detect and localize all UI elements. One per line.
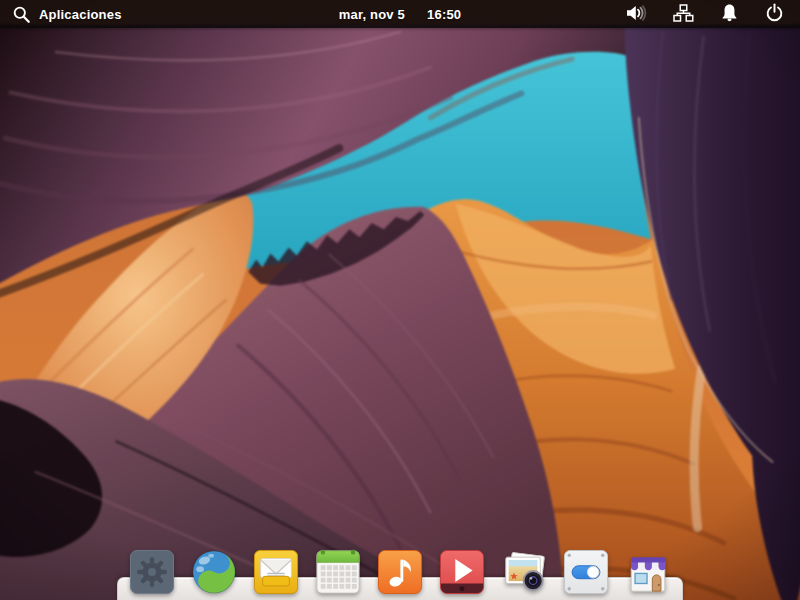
panel-date: mar, nov 5: [339, 7, 405, 22]
bell-icon: [720, 3, 739, 25]
panel-clock[interactable]: mar, nov 5 16:50: [339, 0, 462, 28]
volume-indicator[interactable]: [624, 0, 647, 28]
notifications-indicator[interactable]: [720, 0, 739, 28]
dock-item-system-settings[interactable]: [563, 549, 609, 595]
storefront-icon: [625, 549, 671, 595]
dock-item-photos[interactable]: [501, 549, 547, 595]
search-icon: [12, 5, 31, 24]
network-icon: [673, 4, 694, 25]
power-indicator[interactable]: [765, 0, 784, 28]
desktop-screen: Aplicaciones mar, nov 5 16:50: [0, 0, 800, 600]
desktop-wallpaper[interactable]: [0, 0, 800, 600]
dock-item-videos[interactable]: [439, 549, 485, 595]
video-player-icon: [439, 549, 485, 595]
calendar-icon: [315, 549, 361, 595]
dock-item-gear-utility[interactable]: [129, 549, 175, 595]
dock-item-mail[interactable]: [253, 549, 299, 595]
globe-icon: [191, 549, 237, 595]
antelope-canyon-art: [0, 0, 800, 600]
dock-icons: [129, 549, 671, 595]
gear-icon: [129, 549, 175, 595]
panel-indicators: [624, 0, 800, 28]
dock-item-calendar[interactable]: [315, 549, 361, 595]
top-panel: Aplicaciones mar, nov 5 16:50: [0, 0, 800, 28]
dock-item-web-browser[interactable]: [191, 549, 237, 595]
applications-menu-button[interactable]: Aplicaciones: [0, 0, 134, 28]
dock-item-music[interactable]: [377, 549, 423, 595]
envelope-icon: [253, 549, 299, 595]
toggle-switch-icon: [563, 549, 609, 595]
dock-item-appcenter[interactable]: [625, 549, 671, 595]
volume-icon: [624, 3, 647, 26]
power-icon: [765, 3, 784, 25]
photos-icon: [501, 549, 547, 595]
applications-menu-label: Aplicaciones: [39, 7, 122, 22]
network-indicator[interactable]: [673, 0, 694, 28]
music-note-icon: [377, 549, 423, 595]
panel-time: 16:50: [427, 7, 461, 22]
